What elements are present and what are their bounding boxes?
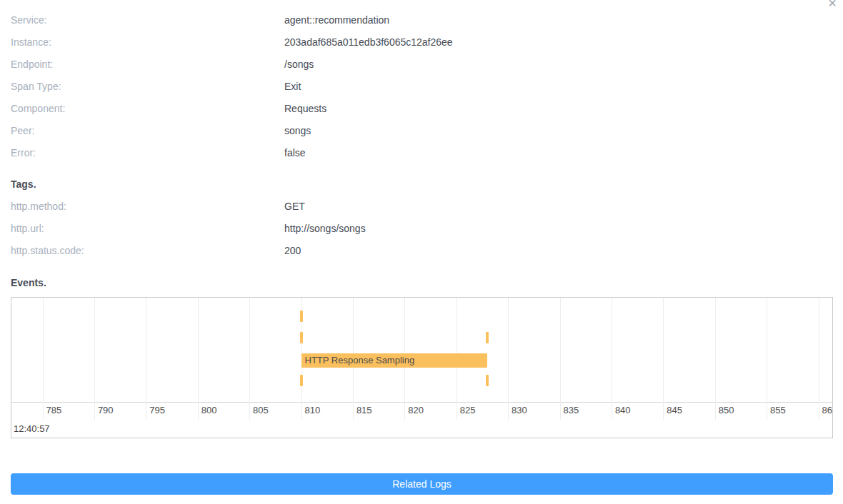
timeline-gridline [43, 298, 44, 420]
detail-value: false [284, 147, 306, 158]
detail-row-endpoint: Endpoint: /songs [11, 53, 833, 75]
timeline-gridline [612, 298, 612, 420]
timeline-gridline [508, 298, 509, 420]
tag-value: http://songs/songs [284, 223, 366, 234]
axis-tick-label: 825 [460, 405, 476, 415]
tags-section-heading: Tags. [11, 173, 833, 195]
detail-label: Instance: [11, 36, 284, 48]
detail-row-component: Component: Requests [11, 97, 833, 119]
axis-tick-label: 845 [667, 405, 682, 415]
tag-value: 200 [284, 245, 301, 256]
events-timeline-chart: 12:40:57 7857907958008058108158208258308… [11, 297, 833, 438]
detail-value: 203adaf685a011edb3f6065c12af26ee [284, 36, 453, 48]
detail-label: Component: [11, 103, 284, 114]
axis-tick-label: 850 [719, 405, 734, 415]
event-instant-tick[interactable] [300, 311, 303, 322]
axis-tick-label: 800 [201, 405, 217, 415]
axis-tick-label: 860 [822, 405, 834, 415]
timeline-axis-line [11, 402, 832, 403]
event-instant-tick[interactable] [300, 332, 303, 343]
events-section-heading: Events. [11, 271, 833, 293]
axis-tick-label: 790 [98, 405, 114, 415]
axis-tick-label: 785 [46, 405, 62, 415]
close-icon[interactable]: × [828, 0, 837, 10]
axis-tick-label: 830 [512, 405, 527, 415]
detail-row-peer: Peer: songs [11, 119, 833, 141]
detail-row-service: Service: agent::recommendation [11, 9, 833, 31]
span-detail-panel: Service: agent::recommendation Instance:… [0, 0, 843, 495]
detail-value: Exit [284, 81, 301, 92]
tag-row-http-method: http.method: GET [11, 195, 833, 217]
detail-label: Endpoint: [11, 59, 284, 70]
tag-label: http.url: [11, 223, 284, 234]
detail-label: Service: [11, 14, 284, 26]
detail-value: agent::recommendation [284, 14, 389, 26]
tag-row-http-url: http.url: http://songs/songs [11, 217, 833, 239]
detail-row-error: Error: false [11, 141, 833, 163]
timeline-gridline [94, 298, 95, 420]
detail-value: songs [284, 125, 311, 136]
tag-value: GET [284, 201, 305, 212]
tag-label: http.status.code: [11, 245, 284, 256]
detail-row-instance: Instance: 203adaf685a011edb3f6065c12af26… [11, 31, 833, 53]
event-span-bar[interactable]: HTTP Response Sampling [301, 353, 488, 368]
timeline-gridline [560, 298, 561, 420]
timeline-gridline [146, 298, 146, 420]
detail-label: Error: [11, 147, 284, 158]
detail-value: Requests [284, 103, 326, 114]
event-instant-tick[interactable] [300, 375, 303, 386]
tag-row-http-status-code: http.status.code: 200 [11, 239, 833, 261]
axis-tick-label: 855 [770, 405, 786, 415]
axis-tick-label: 810 [305, 405, 321, 415]
timeline-gridline [198, 298, 199, 420]
detail-label: Peer: [11, 125, 284, 136]
timeline-gridline [715, 298, 716, 420]
timeline-gridline [767, 298, 767, 420]
detail-label: Span Type: [11, 81, 284, 92]
tag-label: http.method: [11, 201, 284, 212]
axis-tick-label: 815 [356, 405, 372, 415]
detail-row-span-type: Span Type: Exit [11, 75, 833, 97]
axis-tick-label: 835 [564, 405, 579, 415]
timeline-gridline [663, 298, 664, 420]
timeline-gridline [249, 298, 250, 420]
axis-tick-label: 805 [253, 405, 269, 415]
timeline-gridline [819, 298, 819, 420]
related-logs-button[interactable]: Related Logs [11, 473, 833, 495]
event-instant-tick[interactable] [486, 332, 489, 343]
axis-tick-label: 795 [149, 405, 165, 415]
axis-tick-label: 820 [408, 405, 424, 415]
timeline-start-time: 12:40:57 [14, 423, 50, 434]
event-instant-tick[interactable] [486, 375, 489, 386]
axis-tick-label: 840 [615, 405, 631, 415]
detail-value: /songs [284, 59, 314, 70]
